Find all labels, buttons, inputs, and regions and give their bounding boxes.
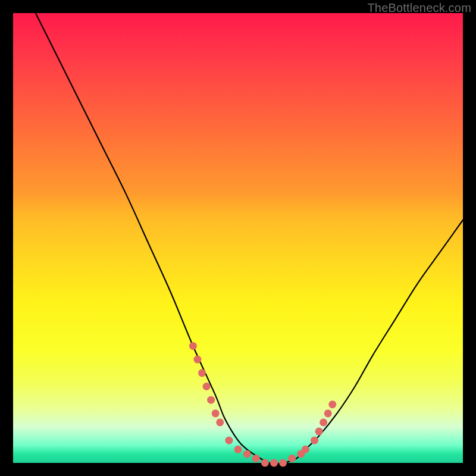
highlight-dot xyxy=(189,342,197,350)
highlight-dot xyxy=(320,418,327,426)
watermark-text: TheBottleneck.com xyxy=(367,1,471,15)
highlight-dots xyxy=(189,342,336,467)
bottleneck-curve xyxy=(36,13,463,464)
highlight-dot xyxy=(288,455,296,462)
highlight-dot xyxy=(302,446,309,453)
highlight-dot xyxy=(234,446,242,453)
highlight-dot xyxy=(324,409,332,417)
highlight-dot xyxy=(216,418,224,426)
highlight-dot xyxy=(225,437,233,444)
highlight-dot xyxy=(193,356,201,364)
highlight-dot xyxy=(328,400,336,408)
highlight-dot xyxy=(261,459,269,467)
highlight-dot xyxy=(212,409,220,417)
chart-area xyxy=(13,13,463,463)
highlight-dot xyxy=(315,428,323,436)
highlight-dot xyxy=(198,369,206,377)
highlight-dot xyxy=(311,437,318,444)
highlight-dot xyxy=(252,455,260,462)
highlight-dot xyxy=(279,459,287,467)
highlight-dot xyxy=(243,450,251,458)
highlight-dot xyxy=(203,383,211,390)
highlight-dot xyxy=(270,459,278,467)
plot-svg xyxy=(13,13,463,463)
highlight-dot xyxy=(207,396,215,404)
